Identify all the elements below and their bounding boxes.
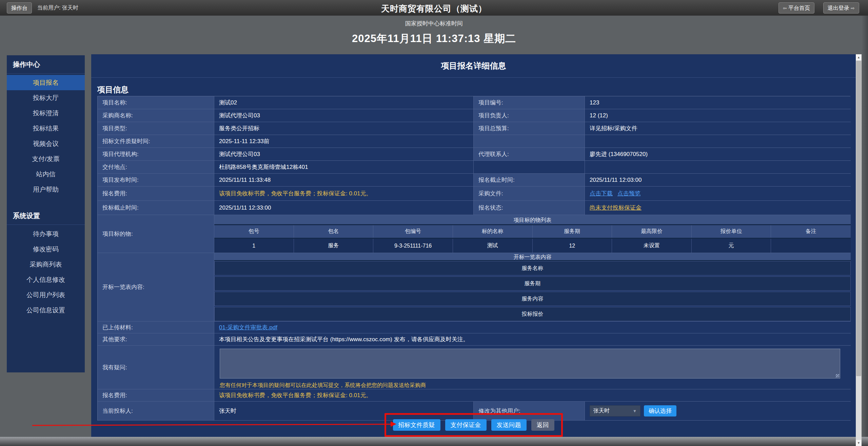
col-header: 包号 xyxy=(214,225,294,238)
sidebar-item-change-password[interactable]: 修改密码 xyxy=(7,241,85,257)
bid-items-row: 项目标的物: 项目标的物列表 包号 包名 包编号 标的名称 服务期 最高限价 报… xyxy=(98,215,850,253)
signup-status-cell: 尚未支付投标保证金 xyxy=(585,201,851,215)
signup-deadline-value: 2025/11/11 12:03:00 xyxy=(585,174,851,187)
opening-list-table: 开标一览表内容 服务名称 服务期 服务内容 投标报价 xyxy=(214,253,851,322)
row-label: 项目总预算: xyxy=(474,122,585,135)
budget-value: 详见招标/采购文件 xyxy=(585,122,851,135)
sidebar-item-payment-invoice[interactable]: 支付/发票 xyxy=(7,151,85,167)
scroll-down-icon[interactable]: ▼ xyxy=(856,440,862,446)
row-label: 项目名称: xyxy=(98,96,214,109)
cell-price-unit: 元 xyxy=(692,239,771,253)
row-label: 其他要求: xyxy=(98,333,214,346)
agency-contact-value: 廖先进 (13469070520) xyxy=(585,148,851,161)
sidebar-item-company-info[interactable]: 公司信息设置 xyxy=(7,303,85,318)
project-type-value: 服务类公开招标 xyxy=(214,122,474,135)
col-header: 包名 xyxy=(294,225,374,238)
signup-fee-row: 报名费用: 该项目免收标书费，免收平台服务费；投标保证金: 0.01元。 xyxy=(98,389,850,402)
deposit-status-link[interactable]: 尚未支付投标保证金 xyxy=(590,204,642,212)
pay-deposit-button[interactable]: 支付保证金 xyxy=(445,419,487,431)
standard-time-block: 国家授时中心标准时间 2025年11月11日 11:37:13 星期二 xyxy=(0,20,868,46)
sidebar-item-bid-results[interactable]: 投标结果 xyxy=(7,121,85,136)
main-panel: 项目报名详细信息 项目信息 项目名称: 测试02 项目编号: 123 采购商名称… xyxy=(91,54,856,437)
time-source-label: 国家授时中心标准时间 xyxy=(0,20,868,27)
annotation-box: 招标文件质疑 支付保证金 发送问题 返回 xyxy=(384,413,563,437)
sidebar-item-profile-edit[interactable]: 个人信息修改 xyxy=(7,272,85,287)
bid-items-data-row: 1 服务 9-3-251111-716 测试 12 未设置 元 xyxy=(214,239,851,253)
vertical-scrollbar[interactable]: ▲ ▼ xyxy=(856,54,862,446)
row-label: 项目代理机构: xyxy=(98,148,214,161)
question-hint: 您有任何对于本项目的疑问都可以在此处填写提交，系统将会把您的问题发送给采购商 xyxy=(220,382,845,389)
row-label: 开标一览表内容: xyxy=(98,253,214,322)
signup-fee-value: 该项目免收标书费，免收平台服务费；投标保证金: 0.01元。 xyxy=(214,187,474,201)
cell-subject-name: 测试 xyxy=(453,239,533,253)
cell-remark xyxy=(771,239,851,253)
opening-list-item: 服务内容 xyxy=(214,292,851,306)
col-header: 服务期 xyxy=(533,225,612,238)
send-question-button[interactable]: 发送问题 xyxy=(491,419,527,431)
other-requirements-value: 本项目相关公告及变更事项在招采测试平台 (https://www.cszoc.c… xyxy=(214,333,851,346)
sidebar-item-bid-hall[interactable]: 投标大厅 xyxy=(7,90,85,105)
sidebar-item-site-message[interactable]: 站内信 xyxy=(7,167,85,182)
project-name-value: 测试02 xyxy=(214,96,474,109)
row-label: 报名状态: xyxy=(474,201,585,215)
preview-link[interactable]: 点击预览 xyxy=(617,190,640,197)
sidebar-item-user-help[interactable]: 用户帮助 xyxy=(7,182,85,197)
project-info-table: 项目名称: 测试02 项目编号: 123 采购商名称: 测试代理公司03 项目负… xyxy=(97,96,850,421)
row-label: 代理联系人: xyxy=(474,148,585,161)
sidebar-item-company-users[interactable]: 公司用户列表 xyxy=(7,287,85,303)
question-textarea[interactable] xyxy=(220,349,840,379)
project-number-value: 123 xyxy=(585,96,851,109)
table-row: 项目名称: 测试02 项目编号: 123 xyxy=(98,96,850,109)
exit-arrow-icon: ⇨ xyxy=(851,5,855,11)
scroll-up-icon[interactable]: ▲ xyxy=(856,54,862,60)
project-manager-value: 12 (12) xyxy=(585,109,851,122)
sidebar-item-video-meeting[interactable]: 视频会议 xyxy=(7,136,85,151)
download-link[interactable]: 点击下载 xyxy=(590,190,613,197)
row-label: 项目标的物: xyxy=(98,215,214,253)
row-label: 交付地点: xyxy=(98,161,214,174)
sidebar-item-project-signup[interactable]: 项目报名 xyxy=(7,75,85,90)
procurement-doc-cell: 点击下载 点击预览 xyxy=(585,187,851,201)
cell-max-price: 未设置 xyxy=(612,239,692,253)
sidebar-section-settings: 系统设置 xyxy=(7,207,85,225)
opening-list-item: 服务名称 xyxy=(214,261,851,275)
divider xyxy=(7,225,85,225)
table-row: 投标截止时间: 2025/11/11 12:33:00 报名状态: 尚未支付投标… xyxy=(98,201,850,215)
page-title: 项目报名详细信息 xyxy=(91,54,856,71)
table-row: 报名费用: 该项目免收标书费，免收平台服务费；投标保证金: 0.01元。 采购文… xyxy=(98,187,850,201)
logout-button[interactable]: 退出登录 ⇨ xyxy=(823,2,859,14)
challenge-deadline-value: 2025-11-11 12:33前 xyxy=(214,135,474,148)
scrollbar-thumb[interactable] xyxy=(856,61,861,376)
cell-package-no: 1 xyxy=(214,239,294,253)
back-button[interactable]: 返回 xyxy=(531,419,554,431)
spacer xyxy=(7,197,85,207)
delivery-address-value: 杜鹃路858号奥克斯缔壹城12栋401 xyxy=(214,161,474,174)
challenge-doc-button[interactable]: 招标文件质疑 xyxy=(393,419,440,431)
platform-home-button[interactable]: ⇦ 平台首页 xyxy=(778,2,814,14)
divider xyxy=(7,73,85,74)
bid-deadline-value: 2025/11/11 12:33:00 xyxy=(214,201,474,215)
col-header: 备注 xyxy=(771,225,851,238)
row-label: 已上传材料: xyxy=(98,322,214,333)
row-label: 报名费用: xyxy=(98,187,214,201)
sidebar-item-bid-clarification[interactable]: 投标澄清 xyxy=(7,105,85,121)
sidebar: 操作中心 项目报名 投标大厅 投标澄清 投标结果 视频会议 支付/发票 站内信 … xyxy=(7,55,85,372)
opening-list-row: 开标一览表内容: 开标一览表内容 服务名称 服务期 服务内容 投标报价 xyxy=(98,253,850,322)
row-label: 采购商名称: xyxy=(98,109,214,122)
row-label: 报名费用: xyxy=(98,389,214,402)
row-label: 投标截止时间: xyxy=(98,201,214,215)
bottom-bar xyxy=(0,437,868,446)
publish-time-value: 2025/11/11 11:33:48 xyxy=(214,174,474,187)
signup-fee-value-2: 该项目免收标书费，免收平台服务费；投标保证金: 0.01元。 xyxy=(214,389,851,402)
sidebar-item-purchaser-list[interactable]: 采购商列表 xyxy=(7,257,85,272)
empty-value-cell xyxy=(585,135,851,148)
company-title: 天时商贸有限公司（测试） xyxy=(0,3,868,14)
row-label: 项目发布时间: xyxy=(98,174,214,187)
cell-package-name: 服务 xyxy=(294,239,374,253)
purchaser-name-value: 测试代理公司03 xyxy=(214,109,474,122)
sidebar-item-todo[interactable]: 待办事项 xyxy=(7,226,85,241)
section-title-project-info: 项目信息 xyxy=(91,78,856,95)
row-label: 项目类型: xyxy=(98,122,214,135)
uploaded-file-link[interactable]: 01-采购文件审批表.pdf xyxy=(219,324,277,331)
opening-list-caption: 开标一览表内容 xyxy=(214,253,851,261)
